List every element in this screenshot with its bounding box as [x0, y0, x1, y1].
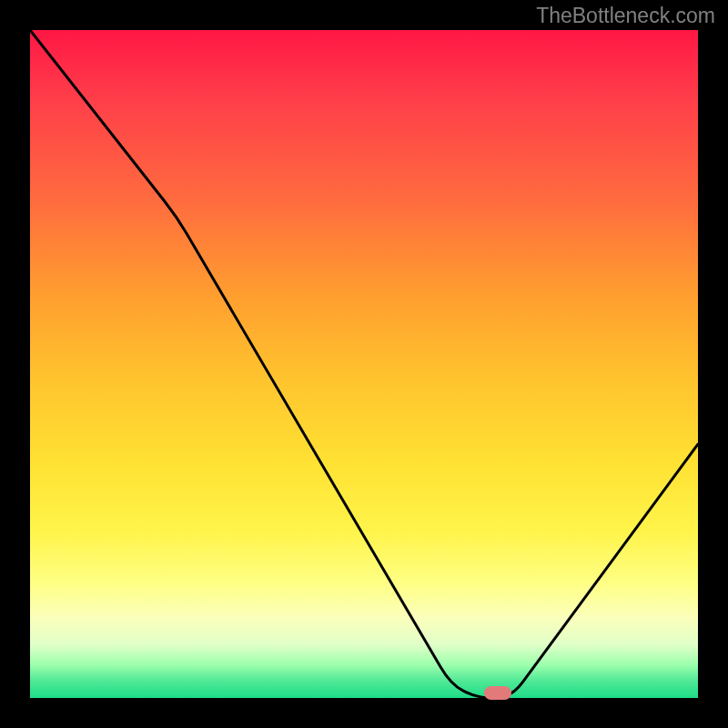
- watermark-text: TheBottleneck.com: [536, 4, 715, 28]
- chart-plot-area: [30, 30, 698, 698]
- optimal-point-marker: [484, 686, 511, 700]
- bottleneck-curve-svg: [30, 30, 698, 698]
